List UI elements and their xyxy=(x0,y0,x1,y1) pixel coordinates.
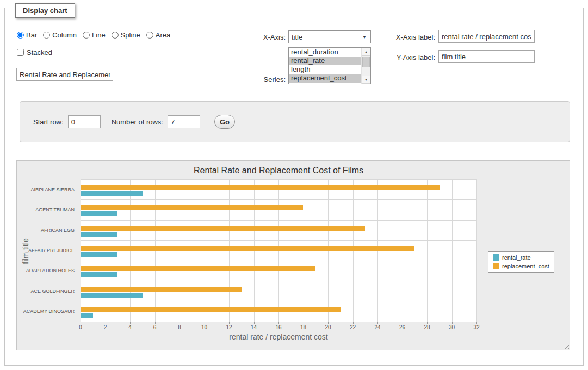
chevron-down-icon: ▼ xyxy=(362,35,368,40)
x-tick-label: 32 xyxy=(473,324,479,330)
chart-type-radio[interactable] xyxy=(17,32,24,39)
num-rows-input[interactable] xyxy=(168,115,200,128)
x-tick-label: 26 xyxy=(399,324,405,330)
chart-bar-replacement_cost xyxy=(81,205,303,210)
x-axis-select-label: X-Axis: xyxy=(231,33,286,41)
chart-type-option-label: Line xyxy=(92,31,106,39)
y-axis-label-input[interactable] xyxy=(438,50,535,63)
page-title: Display chart xyxy=(15,3,75,18)
x-tick-label: 4 xyxy=(128,324,132,330)
x-axis-select[interactable]: title ▼ xyxy=(288,30,371,43)
chart-bar-rental_rate xyxy=(81,293,143,298)
x-tick-label: 6 xyxy=(153,324,157,330)
chart-type-option-label: Area xyxy=(156,31,170,39)
start-row-input[interactable] xyxy=(68,115,101,128)
series-listbox[interactable]: rental_durationrental_ratelengthreplacem… xyxy=(288,47,371,84)
x-tick-label: 2 xyxy=(104,324,107,330)
x-tick-label: 8 xyxy=(178,324,181,330)
chart-bar-replacement_cost xyxy=(81,226,365,231)
start-row-label: Start row: xyxy=(33,118,64,126)
stacked-checkbox-row[interactable]: Stacked xyxy=(17,48,52,57)
x-tick-label: 16 xyxy=(275,324,281,330)
listbox-scrollbar[interactable]: ▲ ▼ xyxy=(361,48,370,84)
category-label: AFRICAN EGG xyxy=(17,227,78,234)
x-axis-selected-value: title xyxy=(292,33,302,41)
chart-type-option[interactable]: Area xyxy=(146,31,170,39)
chart-title-input[interactable] xyxy=(16,68,113,81)
category-label: AIRPLANE SIERRA xyxy=(17,186,78,193)
gridline-horizontal xyxy=(81,261,476,261)
go-button[interactable]: Go xyxy=(214,115,235,129)
series-option[interactable]: length xyxy=(289,65,361,74)
chart-bar-rental_rate xyxy=(81,313,93,318)
gridline-horizontal xyxy=(81,220,476,221)
row-range-panel: Start row: Number of rows: Go xyxy=(20,101,570,142)
gridline-horizontal xyxy=(81,199,476,200)
series-option[interactable]: rental_duration xyxy=(289,48,361,57)
x-tick-label: 14 xyxy=(251,324,257,330)
gridline-horizontal xyxy=(81,322,476,322)
chart-type-option[interactable]: Bar xyxy=(17,31,37,39)
category-label: ACADEMY DINOSAUR xyxy=(17,308,78,315)
chart-type-radios: BarColumnLineSplineArea xyxy=(17,31,176,39)
series-option[interactable]: replacement_cost xyxy=(289,74,361,83)
scrollbar-thumb[interactable] xyxy=(362,57,370,67)
chart-bar-replacement_cost xyxy=(81,287,242,292)
chart-type-radio[interactable] xyxy=(146,32,153,39)
stacked-label: Stacked xyxy=(27,48,52,57)
x-axis-label-input[interactable] xyxy=(438,30,535,43)
x-tick-label: 20 xyxy=(325,324,331,330)
scroll-up-icon[interactable]: ▲ xyxy=(362,48,370,56)
category-label: AGENT TRUMAN xyxy=(17,206,78,213)
chart-bar-replacement_cost xyxy=(81,307,341,312)
category-label: ACE GOLDFINGER xyxy=(17,288,78,294)
x-ticks-row: 02468101214161820222426283032 xyxy=(81,324,476,331)
x-tick-label: 0 xyxy=(79,324,82,330)
legend-item-label: rental_rate xyxy=(502,254,531,261)
scroll-down-icon[interactable]: ▼ xyxy=(362,76,370,84)
category-label: ADAPTATION HOLES xyxy=(17,267,78,274)
gridline-horizontal xyxy=(81,179,476,180)
num-rows-label: Number of rows: xyxy=(112,118,163,126)
chart-bar-rental_rate xyxy=(81,191,143,196)
chart-bar-replacement_cost xyxy=(81,266,315,271)
chart-bar-rental_rate xyxy=(81,252,117,257)
chart-type-radio[interactable] xyxy=(43,32,50,39)
x-tick-label: 24 xyxy=(374,324,380,330)
chart-type-radio[interactable] xyxy=(112,32,119,39)
legend-item[interactable]: replacement_cost xyxy=(493,263,549,269)
legend-item-label: replacement_cost xyxy=(502,263,549,269)
series-label: Series: xyxy=(231,76,286,84)
x-tick-label: 22 xyxy=(350,324,356,330)
x-tick-label: 10 xyxy=(201,324,207,330)
gridline-vertical xyxy=(476,179,477,322)
stacked-checkbox[interactable] xyxy=(17,49,24,56)
x-tick-label: 30 xyxy=(449,324,455,330)
legend-item[interactable]: rental_rate xyxy=(493,254,549,261)
resize-grip-icon[interactable] xyxy=(562,343,569,349)
x-tick-label: 28 xyxy=(424,324,430,330)
chart-x-axis-label: rental rate / replacement cost xyxy=(81,333,476,341)
legend-swatch xyxy=(493,263,499,269)
chart-type-option[interactable]: Line xyxy=(83,31,106,39)
chart-type-option-label: Spline xyxy=(121,31,140,39)
chart-bar-replacement_cost xyxy=(81,185,440,190)
legend-swatch xyxy=(493,254,499,261)
display-chart-page: Display chart BarColumnLineSplineArea St… xyxy=(0,0,588,370)
chart-panel: Rental Rate and Replacement Cost of Film… xyxy=(16,160,570,350)
gridline-horizontal xyxy=(81,240,476,241)
chart-type-radio[interactable] xyxy=(83,32,90,39)
chart-bar-rental_rate xyxy=(81,272,117,277)
x-tick-label: 18 xyxy=(300,324,306,330)
chart-type-option-label: Column xyxy=(52,31,77,39)
chart-legend: rental_ratereplacement_cost xyxy=(488,251,554,273)
series-option[interactable]: rental_rate xyxy=(289,57,361,65)
chart-type-option[interactable]: Column xyxy=(43,31,77,39)
chart-bar-rental_rate xyxy=(81,211,117,216)
x-axis-label-caption: X-Axis label: xyxy=(375,33,435,41)
chart-type-option-label: Bar xyxy=(26,31,37,39)
chart-type-option[interactable]: Spline xyxy=(112,31,140,39)
gridline-vertical xyxy=(427,179,428,322)
category-label: AFFAIR PREJUDICE xyxy=(17,247,78,254)
x-tick-label: 12 xyxy=(226,324,232,330)
